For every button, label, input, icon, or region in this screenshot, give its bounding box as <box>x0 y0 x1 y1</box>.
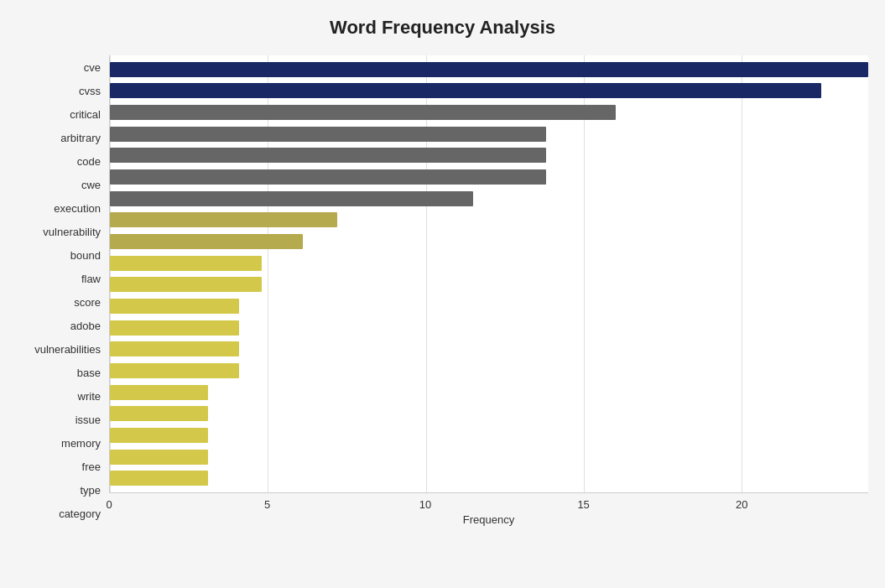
x-axis-labels: 05101520 <box>109 493 868 510</box>
bar-vulnerability <box>110 212 337 227</box>
bar-arbitrary <box>110 127 546 142</box>
bar-row-arbitrary <box>110 123 868 145</box>
y-label-base: base <box>77 367 101 378</box>
y-axis-labels: cvecvsscriticalarbitrarycodecweexecution… <box>17 55 109 526</box>
bar-adobe <box>110 299 239 314</box>
bar-critical <box>110 105 616 120</box>
y-label-code: code <box>77 156 101 167</box>
x-label-15: 15 <box>577 498 589 511</box>
bar-execution <box>110 191 473 206</box>
bar-write <box>110 363 239 378</box>
y-label-execution: execution <box>54 203 101 214</box>
y-label-category: category <box>59 508 101 519</box>
bar-bound <box>110 234 303 249</box>
y-label-memory: memory <box>61 438 101 449</box>
bar-row-score <box>110 274 868 296</box>
y-label-critical: critical <box>70 109 101 120</box>
bar-row-free <box>110 424 868 446</box>
bars-and-xaxis: 05101520 Frequency <box>109 55 868 526</box>
bar-cve <box>110 62 868 77</box>
bar-cwe <box>110 169 546 185</box>
chart-area: cvecvsscriticalarbitrarycodecweexecution… <box>17 55 868 526</box>
chart-title: Word Frequency Analysis <box>17 17 868 39</box>
bar-type <box>110 450 208 465</box>
x-label-20: 20 <box>736 498 747 511</box>
bar-issue <box>110 385 208 400</box>
bar-row-vulnerability <box>110 210 868 232</box>
bar-free <box>110 428 208 443</box>
bar-base <box>110 341 239 356</box>
bar-flaw <box>110 256 262 271</box>
y-label-cwe: cwe <box>81 180 101 190</box>
bar-row-category <box>110 467 868 489</box>
x-label-0: 0 <box>106 498 112 511</box>
bar-row-base <box>110 339 868 361</box>
bar-row-code <box>110 145 868 167</box>
bar-row-adobe <box>110 295 868 317</box>
x-label-5: 5 <box>264 498 270 511</box>
y-label-arbitrary: arbitrary <box>60 133 101 143</box>
y-label-write: write <box>78 391 101 402</box>
chart-container: Word Frequency Analysis cvecvsscriticala… <box>0 0 885 588</box>
bar-cvss <box>110 83 821 98</box>
y-label-bound: bound <box>70 250 101 261</box>
bars-region <box>109 55 868 493</box>
bar-memory <box>110 406 208 421</box>
bar-row-flaw <box>110 252 868 274</box>
y-label-flaw: flaw <box>81 273 101 284</box>
bar-category <box>110 471 208 486</box>
bar-row-cvss <box>110 81 868 102</box>
y-label-adobe: adobe <box>70 320 101 331</box>
y-label-score: score <box>74 297 101 308</box>
bar-row-type <box>110 446 868 468</box>
x-label-10: 10 <box>419 498 431 511</box>
y-label-issue: issue <box>75 414 101 425</box>
bar-row-issue <box>110 382 868 403</box>
bar-row-cve <box>110 59 868 81</box>
bar-row-vulnerabilities <box>110 317 868 339</box>
y-label-vulnerabilities: vulnerabilities <box>34 344 101 355</box>
x-axis-title: Frequency <box>109 513 868 526</box>
bar-row-write <box>110 360 868 382</box>
bar-row-cwe <box>110 166 868 188</box>
y-label-vulnerability: vulnerability <box>43 226 101 237</box>
bar-vulnerabilities <box>110 320 239 336</box>
bar-row-bound <box>110 231 868 252</box>
y-label-type: type <box>80 485 101 496</box>
bar-row-critical <box>110 101 868 123</box>
y-label-cve: cve <box>84 62 101 73</box>
bar-row-memory <box>110 403 868 425</box>
bar-row-execution <box>110 188 868 210</box>
y-label-free: free <box>82 461 101 472</box>
y-label-cvss: cvss <box>79 86 101 96</box>
bar-code <box>110 148 546 163</box>
bar-score <box>110 277 262 292</box>
